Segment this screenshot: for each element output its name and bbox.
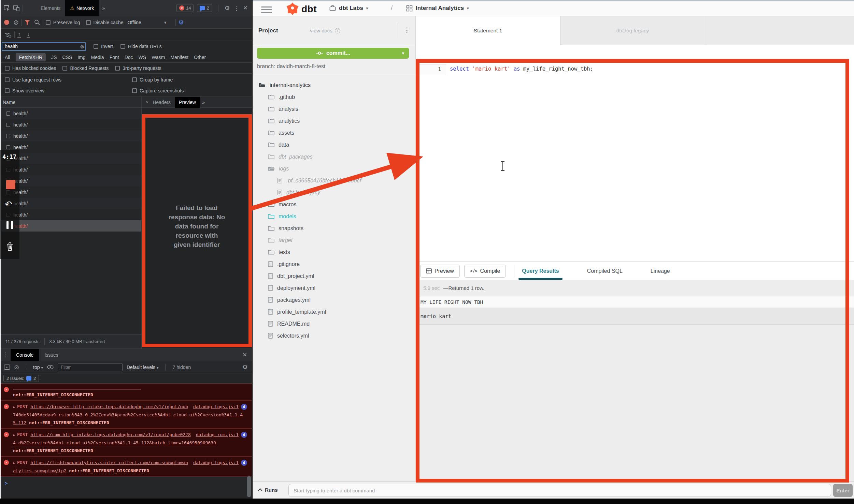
network-conditions-icon[interactable]	[4, 32, 12, 38]
request-type-chip-font[interactable]: Font	[110, 55, 119, 60]
request-type-chip-fetch-xhr[interactable]: Fetch/XHR	[16, 53, 46, 61]
dbt-command-input[interactable]	[288, 484, 831, 497]
request-type-chip-doc[interactable]: Doc	[125, 55, 133, 60]
checkbox[interactable]	[94, 44, 98, 49]
tree-item-target[interactable]: target	[253, 234, 415, 246]
inspect-icon[interactable]	[3, 5, 10, 12]
checkbox-group-by-frame[interactable]: Group by frame	[132, 77, 173, 83]
log-levels-select[interactable]: Default levels ▾	[127, 365, 158, 370]
console-prompt[interactable]: >	[0, 477, 252, 487]
console-sidebar-icon[interactable]: ▸	[4, 365, 10, 370]
tree-item-dbt-packages[interactable]: dbt_packages	[253, 151, 415, 163]
request-type-chip-img[interactable]: Img	[77, 55, 85, 60]
tree-item-models[interactable]: models	[253, 210, 415, 222]
checkbox[interactable]	[62, 66, 67, 71]
undo-icon[interactable]: ↶	[5, 199, 12, 210]
tree-item-logs[interactable]: logs	[253, 163, 415, 175]
tree-item-deployment-yml[interactable]: deployment.yml	[253, 282, 415, 294]
tree-item-pf-c3665c416bfecb1000000cf[interactable]: .pf..c3665c416bfecb1000000cf	[253, 175, 415, 187]
tree-item-github[interactable]: .github	[253, 91, 415, 103]
expand-triangle-icon[interactable]: ▶	[13, 405, 15, 409]
request-row[interactable]: health/	[0, 164, 141, 175]
clear-filter-icon[interactable]: ⊗	[80, 44, 84, 50]
invert-checkbox[interactable]: Invert	[94, 44, 113, 49]
checkbox-3rd-party-requests[interactable]: 3rd-party requests	[115, 65, 161, 71]
import-har-icon[interactable]: ↑	[17, 32, 21, 38]
tree-item-gitignore[interactable]: .gitignore	[253, 258, 415, 270]
console-filter-input[interactable]	[58, 363, 123, 371]
checkbox-has-blocked-cookies[interactable]: Has blocked cookies	[5, 65, 56, 71]
checkbox-use-large-request-rows[interactable]: Use large request rows	[5, 77, 61, 83]
more-tabs-icon[interactable]: »	[102, 5, 105, 11]
expand-triangle-icon[interactable]: ▶	[13, 433, 15, 437]
close-details-icon[interactable]: ×	[146, 100, 148, 105]
tree-item-profile-template-yml[interactable]: profile_template.yml	[253, 306, 415, 318]
network-settings-gear-icon[interactable]: ⚙	[179, 19, 184, 26]
checkbox-show-overview[interactable]: Show overview	[5, 88, 44, 93]
network-filter-input[interactable]	[2, 42, 86, 51]
tree-item-macros[interactable]: macros	[253, 198, 415, 210]
request-row[interactable]: health/	[0, 153, 141, 164]
more-details-tabs-icon[interactable]: »	[202, 99, 205, 105]
account-switcher[interactable]: dbt Labs ▾	[329, 1, 368, 15]
checkbox[interactable]	[5, 88, 10, 93]
tree-item-selectors-yml[interactable]: selectors.yml	[253, 330, 415, 342]
request-type-chip-css[interactable]: CSS	[62, 55, 72, 60]
throttling-select[interactable]: Offline	[127, 20, 141, 25]
runs-toggle[interactable]: Runs	[258, 487, 278, 493]
issues-counter[interactable]: 2 Issues: 2	[3, 375, 39, 382]
request-type-chip-wasm[interactable]: Wasm	[152, 55, 165, 60]
checkbox[interactable]	[115, 66, 120, 71]
throttling-dropdown-icon[interactable]: ▼	[163, 20, 167, 25]
console-settings-gear-icon[interactable]: ⚙	[242, 364, 248, 371]
close-drawer-icon[interactable]: ✕	[243, 352, 247, 358]
request-row[interactable]: health/	[0, 119, 141, 130]
preserve-log-checkbox[interactable]: Preserve log	[46, 20, 80, 25]
request-type-chip-media[interactable]: Media	[91, 55, 104, 60]
request-row[interactable]: health/	[0, 198, 141, 209]
tree-item-analysis[interactable]: analysis	[253, 103, 415, 115]
settings-gear-icon[interactable]: ⚙	[225, 4, 230, 12]
context-selector[interactable]: top ▾	[33, 365, 43, 370]
tree-item-dbt-log-legacy[interactable]: dbt.log.legacy	[253, 187, 415, 198]
dbt-logo[interactable]: dbt	[285, 2, 317, 16]
requests-name-column-header[interactable]: Name	[0, 97, 142, 108]
export-har-icon[interactable]: ↓	[27, 32, 30, 38]
project-switcher[interactable]: Internal Analytics ▾	[406, 1, 469, 15]
tab-issues[interactable]: Issues	[39, 349, 63, 361]
search-icon[interactable]	[34, 19, 40, 25]
tab-preview[interactable]: Preview	[175, 97, 200, 108]
tab-dbt-log-legacy[interactable]: dbt.log.legacy	[560, 16, 705, 45]
request-row[interactable]: health/	[0, 220, 141, 232]
request-row[interactable]: health/	[0, 142, 141, 153]
checkbox[interactable]	[120, 44, 125, 49]
tree-item-readme-md[interactable]: README.md	[253, 318, 415, 330]
request-type-chip-manifest[interactable]: Manifest	[170, 55, 188, 60]
console-source-link[interactable]: datadog-logs.js:1	[193, 459, 239, 466]
tree-item-assets[interactable]: assets	[253, 127, 415, 139]
request-type-chip-all[interactable]: All	[5, 55, 10, 60]
request-row[interactable]: health/	[0, 108, 141, 119]
request-url-link[interactable]: https://rum-http-intake.logs.datadoghq.c…	[13, 432, 216, 445]
record-icon[interactable]	[4, 20, 9, 25]
commit-dropdown-icon[interactable]: ▾	[402, 51, 404, 56]
clear-console-icon[interactable]: ⊘	[14, 364, 19, 371]
request-type-chip-ws[interactable]: WS	[139, 55, 146, 60]
pause-icon[interactable]	[6, 221, 13, 229]
clear-icon[interactable]: ⊘	[13, 18, 19, 26]
drawer-kebab-icon[interactable]: ⋮	[3, 351, 9, 358]
eye-icon[interactable]	[47, 365, 54, 369]
tree-item-snapshots[interactable]: snapshots	[253, 222, 415, 234]
tab-elements[interactable]: Elements	[36, 0, 65, 16]
checkbox[interactable]	[132, 88, 137, 93]
request-row[interactable]: health/	[0, 187, 141, 198]
draw-color-swatch[interactable]	[6, 180, 15, 189]
request-type-chip-other[interactable]: Other	[194, 55, 206, 60]
error-count-badge[interactable]: ✕14	[176, 4, 194, 12]
console-source-link[interactable]: datadog-logs.js:1	[193, 403, 239, 411]
filter-funnel-icon[interactable]	[25, 20, 30, 25]
tab-console[interactable]: Console	[11, 349, 39, 361]
tree-item-data[interactable]: data	[253, 139, 415, 151]
console-scrollbar[interactable]	[247, 476, 251, 497]
trash-icon[interactable]	[5, 241, 15, 253]
